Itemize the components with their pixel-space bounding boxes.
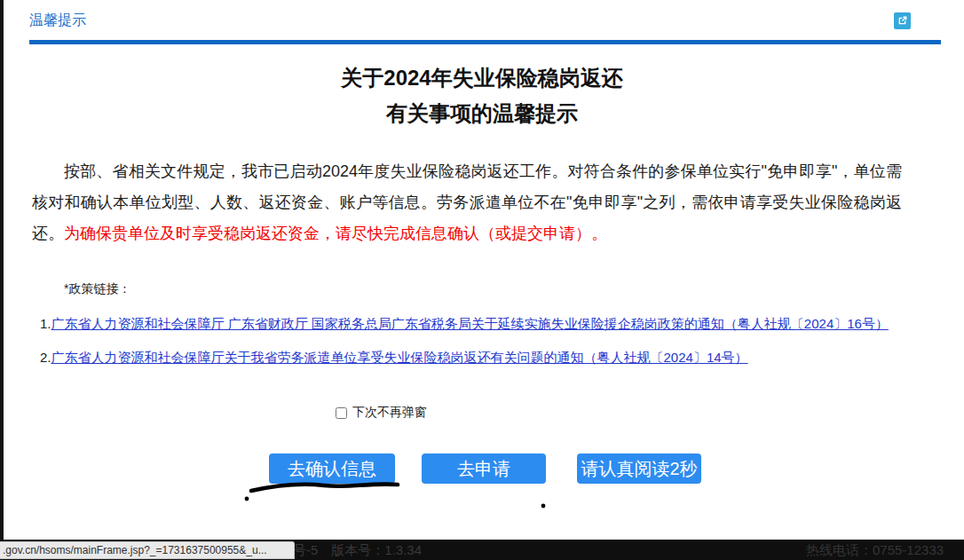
apply-button[interactable]: 去申请 (422, 454, 546, 484)
notice-title-line2: 有关事项的温馨提示 (0, 96, 964, 131)
browser-status-url-tooltip: .gov.cn/hsoms/mainFrame.jsp?_=1731637500… (0, 541, 295, 559)
read-timer-button[interactable]: 请认真阅读2秒 (577, 454, 701, 484)
dont-show-again-row: 下次不再弹窗 (336, 405, 427, 421)
version-text: 号-5 版本号：1.3.34 (293, 542, 422, 559)
open-in-new-window-button[interactable] (894, 12, 911, 29)
policy-link-row-1: 1.广东省人力资源和社会保障厅 广东省财政厅 国家税务总局广东省税务局关于延续实… (40, 316, 889, 333)
dialog-title: 温馨提示 (29, 12, 86, 30)
notice-body-red-alert: 为确保贵单位及时享受稳岗返还资金，请尽快完成信息确认（或提交申请）。 (64, 225, 607, 242)
header-divider (29, 40, 941, 44)
external-link-icon (896, 14, 909, 28)
policy-link-row-2: 2.广东省人力资源和社会保障厅关于我省劳务派遣单位享受失业保险稳岗返还有关问题的… (40, 350, 748, 367)
policy-links-label: *政策链接： (64, 281, 130, 297)
policy-link-2[interactable]: 广东省人力资源和社会保障厅关于我省劳务派遣单位享受失业保险稳岗返还有关问题的通知… (51, 350, 748, 365)
dont-show-again-label: 下次不再弹窗 (352, 405, 427, 421)
policy-link-1-number: 1. (40, 316, 51, 331)
ink-dot-right (541, 504, 546, 509)
policy-link-1[interactable]: 广东省人力资源和社会保障厅 广东省财政厅 国家税务总局广东省税务局关于延续实施失… (51, 316, 889, 331)
notice-title-line1: 关于2024年失业保险稳岗返还 (0, 60, 964, 96)
confirm-info-button[interactable]: 去确认信息 (269, 454, 395, 484)
notice-title: 关于2024年失业保险稳岗返还 有关事项的温馨提示 (0, 60, 964, 131)
policy-link-2-number: 2. (40, 350, 51, 365)
dont-show-again-checkbox[interactable] (336, 407, 347, 419)
notice-body: 按部、省相关文件规定，我市已启动2024年度失业保险稳岗返还工作。对符合条件的参… (32, 156, 902, 249)
ink-dot-left (245, 497, 249, 501)
hotline-text: 热线电话：0755-12333 (806, 542, 944, 559)
